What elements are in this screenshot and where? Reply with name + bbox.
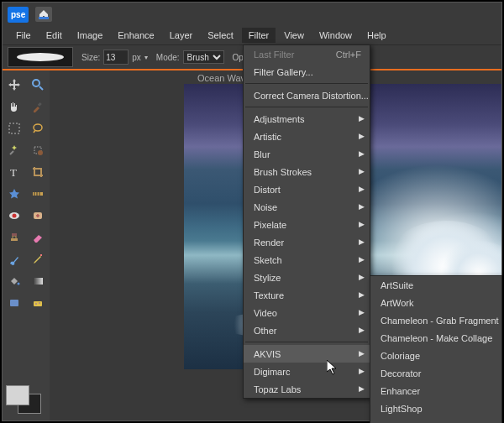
svg-rect-23 [10, 300, 18, 306]
menuitem-render[interactable]: Render▶ [244, 233, 370, 251]
menuitem-pixelate[interactable]: Pixelate▶ [244, 216, 370, 233]
submenu-enhancer[interactable]: Enhancer [370, 382, 501, 400]
foreground-color[interactable] [6, 385, 29, 405]
eraser-tool[interactable] [26, 227, 50, 248]
menuitem-adjustments[interactable]: Adjustments▶ [244, 110, 370, 128]
submenu-arrow-icon: ▶ [359, 384, 365, 393]
size-label: Size: [81, 53, 100, 62]
submenu-arrow-icon: ▶ [359, 238, 365, 246]
lasso-tool[interactable] [26, 118, 50, 139]
submenu-lightshop[interactable]: LightShop [370, 400, 501, 417]
svg-rect-20 [40, 254, 42, 256]
menuitem-texture[interactable]: Texture▶ [244, 286, 370, 304]
menuitem-other[interactable]: Other▶ [244, 321, 370, 339]
svg-point-16 [13, 214, 17, 218]
submenu-arrow-icon: ▶ [359, 290, 365, 299]
menu-window[interactable]: Window [312, 28, 359, 43]
submenu-coloriage[interactable]: Coloriage [370, 347, 501, 364]
menuitem-stylize[interactable]: Stylize▶ [244, 269, 370, 286]
svg-point-1 [17, 53, 64, 61]
menu-view[interactable]: View [277, 28, 311, 43]
menuitem-distort[interactable]: Distort▶ [244, 180, 370, 198]
menu-separator [245, 83, 368, 84]
menuitem-brush-strokes[interactable]: Brush Strokes▶ [244, 163, 370, 180]
straighten-tool[interactable] [26, 183, 50, 205]
submenu-artsuite[interactable]: ArtSuite [370, 276, 501, 294]
mode-label: Mode: [156, 53, 180, 62]
menuitem-blur[interactable]: Blur▶ [244, 145, 370, 163]
redeye-tool[interactable] [3, 205, 26, 227]
svg-rect-5 [9, 123, 19, 133]
size-dropdown-icon[interactable]: ▾ [144, 54, 148, 61]
menu-bar: File Edit Image Enhance Layer Select Fil… [3, 26, 501, 44]
pencil-tool[interactable] [26, 248, 50, 270]
zoom-tool[interactable] [26, 74, 50, 96]
menuitem-noise[interactable]: Noise▶ [244, 198, 370, 216]
toolbox: T [3, 70, 50, 420]
svg-text:T: T [10, 166, 17, 178]
menu-select[interactable]: Select [201, 28, 240, 43]
menuitem-last-filter: Last Filter Ctrl+F [244, 45, 370, 63]
menu-separator [245, 342, 368, 342]
submenu-arrow-icon: ▶ [359, 273, 365, 281]
healing-brush-tool[interactable] [26, 205, 50, 227]
svg-line-3 [39, 86, 43, 90]
move-tool[interactable] [3, 74, 26, 96]
clone-stamp-tool[interactable] [3, 227, 26, 248]
menu-edit[interactable]: Edit [39, 28, 69, 43]
submenu-decorator[interactable]: Decorator [370, 364, 501, 382]
gradient-tool[interactable] [26, 270, 50, 292]
mode-select[interactable]: Brush [183, 50, 224, 64]
svg-point-9 [38, 150, 43, 155]
submenu-arrow-icon: ▶ [359, 132, 365, 140]
submenu-chameleon-grab[interactable]: Chameleon - Grab Fragment [370, 311, 501, 329]
eyedropper-tool[interactable] [26, 96, 50, 118]
menu-layer[interactable]: Layer [163, 28, 200, 43]
menu-image[interactable]: Image [71, 28, 110, 43]
svg-line-7 [10, 151, 13, 154]
app-logo: pse [8, 7, 29, 23]
wand-tool[interactable] [3, 139, 26, 161]
home-icon[interactable] [35, 7, 52, 22]
menuitem-artistic[interactable]: Artistic▶ [244, 128, 370, 145]
menu-file[interactable]: File [9, 28, 38, 43]
menuitem-akvis[interactable]: AKVIS▶ [244, 345, 370, 363]
submenu-arrow-icon: ▶ [359, 255, 365, 264]
menu-enhance[interactable]: Enhance [111, 28, 160, 43]
menuitem-digimarc[interactable]: Digimarc▶ [244, 363, 370, 380]
crop-tool[interactable] [26, 161, 50, 183]
svg-rect-22 [33, 278, 43, 285]
menu-help[interactable]: Help [360, 28, 393, 43]
brush-tool[interactable] [3, 248, 26, 270]
svg-rect-18 [11, 238, 18, 241]
menuitem-filter-gallery[interactable]: Filter Gallery... [244, 63, 370, 81]
shape-tool[interactable] [3, 292, 26, 314]
menuitem-topaz-labs[interactable]: Topaz Labs▶ [244, 380, 370, 398]
svg-point-21 [18, 283, 20, 285]
svg-point-26 [39, 302, 40, 304]
type-tool[interactable]: T [3, 161, 26, 183]
bucket-tool[interactable] [3, 270, 26, 292]
size-input[interactable] [103, 50, 129, 65]
menu-filter[interactable]: Filter [242, 28, 276, 43]
sponge-tool[interactable] [26, 292, 50, 314]
submenu-arrow-icon: ▶ [359, 114, 365, 123]
cookie-cutter-tool[interactable] [3, 183, 26, 205]
svg-rect-19 [12, 233, 17, 236]
menuitem-sketch[interactable]: Sketch▶ [244, 251, 370, 269]
marquee-tool[interactable] [3, 118, 26, 139]
color-swatches [6, 385, 43, 415]
submenu-arrow-icon: ▶ [359, 149, 365, 158]
brush-preview[interactable] [8, 47, 73, 67]
hand-tool[interactable] [3, 96, 26, 118]
submenu-noise-buster[interactable]: Noise Buster [370, 417, 501, 423]
submenu-chameleon-collage[interactable]: Chameleon - Make Collage [370, 329, 501, 347]
svg-point-25 [35, 303, 37, 305]
menuitem-video[interactable]: Video▶ [244, 304, 370, 321]
selection-brush-tool[interactable] [26, 139, 50, 161]
submenu-arrow-icon: ▶ [359, 202, 365, 211]
menuitem-camera-distortion[interactable]: Correct Camera Distortion... [244, 86, 370, 104]
submenu-artwork[interactable]: ArtWork [370, 294, 501, 311]
shortcut-text: Ctrl+F [336, 50, 361, 60]
submenu-arrow-icon: ▶ [359, 220, 365, 228]
